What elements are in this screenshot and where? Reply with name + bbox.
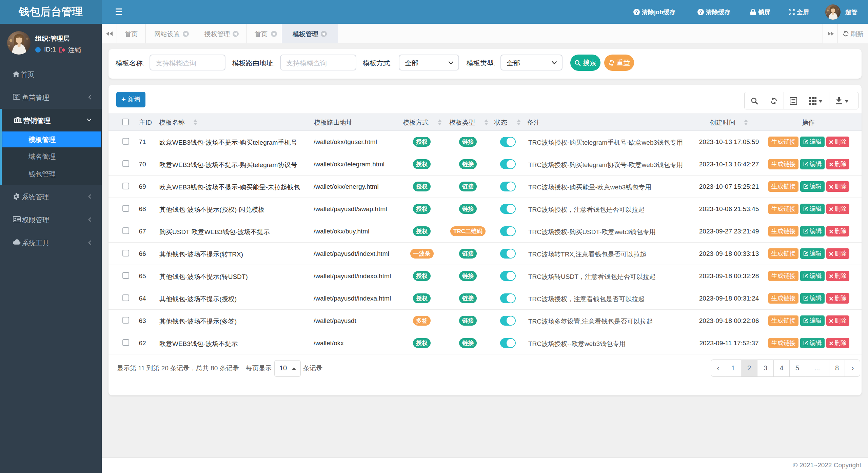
svg-text:1: 1: [16, 95, 18, 98]
